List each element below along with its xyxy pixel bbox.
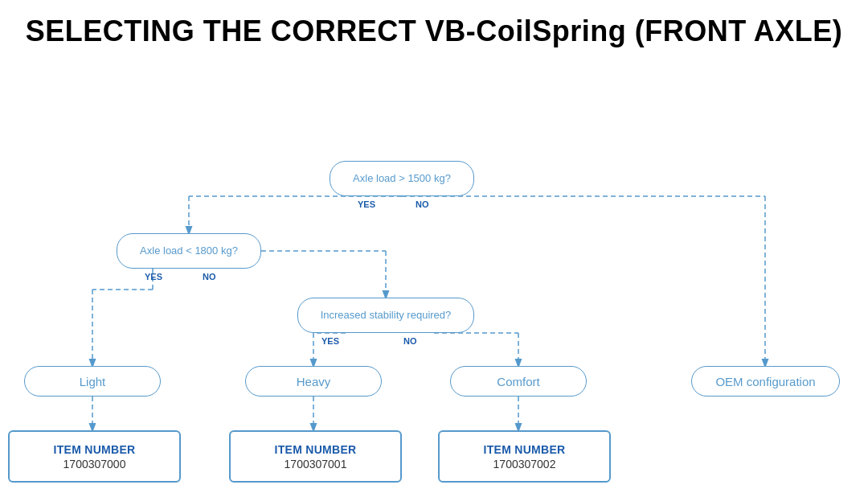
item-box-1700307000: ITEM NUMBER 1700307000	[8, 430, 181, 483]
item-label-3: ITEM NUMBER	[483, 443, 565, 456]
result-oem: OEM configuration	[691, 366, 840, 397]
item-box-1700307001: ITEM NUMBER 1700307001	[229, 430, 402, 483]
page-title: SELECTING THE CORRECT VB-CoilSpring (FRO…	[0, 0, 868, 56]
decision-stability: Increased stability required?	[297, 298, 474, 333]
d3-yes-label: YES	[321, 336, 339, 346]
result-comfort: Comfort	[450, 366, 587, 397]
diagram-area: Axle load > 1500 kg? YES NO Axle load < …	[0, 56, 868, 458]
item-label-1: ITEM NUMBER	[53, 443, 135, 456]
d1-yes-label: YES	[358, 199, 375, 209]
d1-no-label: NO	[416, 199, 429, 209]
result-light: Light	[24, 366, 161, 397]
item-number-3: 1700307002	[493, 458, 556, 471]
item-number-2: 1700307001	[285, 458, 347, 471]
item-label-2: ITEM NUMBER	[274, 443, 356, 456]
d2-yes-label: YES	[145, 272, 162, 281]
item-box-1700307002: ITEM NUMBER 1700307002	[438, 430, 611, 483]
d3-no-label: NO	[403, 336, 417, 346]
d2-no-label: NO	[203, 272, 216, 281]
decision-axle-1800: Axle load < 1800 kg?	[117, 233, 261, 269]
item-number-1: 1700307000	[63, 458, 126, 471]
result-heavy: Heavy	[245, 366, 382, 397]
decision-axle-1500: Axle load > 1500 kg?	[330, 161, 474, 196]
